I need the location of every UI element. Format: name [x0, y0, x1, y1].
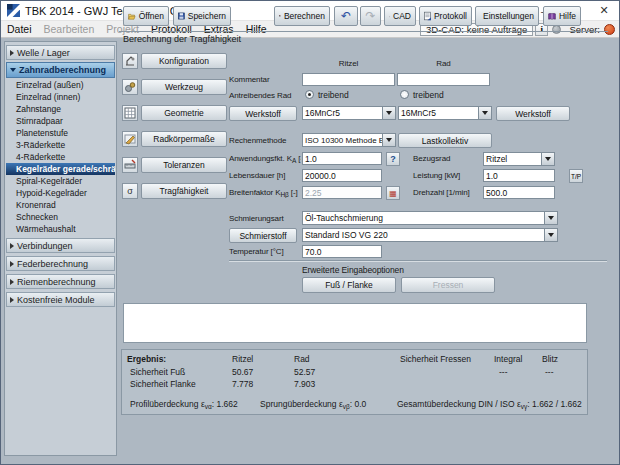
tolerances-button[interactable]: Toleranzen [141, 157, 227, 173]
total-overlap-value: 1.662 / 1.662 [532, 399, 582, 409]
expand-arrow-icon [10, 279, 14, 285]
lifetime-input[interactable] [302, 169, 382, 182]
temperature-input[interactable] [302, 245, 382, 258]
results-panel: Ergebnis: Ritzel Rad Sicherheit Fressen … [121, 349, 588, 415]
temperature-label: Temperatur [°C] [229, 247, 284, 256]
comment-pinion-input[interactable] [302, 73, 395, 86]
configuration-button[interactable]: Konfiguration [141, 53, 227, 69]
sidebar-item-4-raederkette[interactable]: 4-Räderkette [5, 151, 116, 163]
open-button[interactable]: Öffnen [123, 6, 169, 26]
application-factor-help-button[interactable]: ? [386, 152, 400, 166]
sidebar-item-spiral-kegelraeder[interactable]: Spiral-Kegelräder [5, 175, 116, 187]
dropdown-arrow-icon [541, 153, 554, 165]
root-flank-button[interactable]: Fuß / Flanke [302, 277, 396, 293]
reference-gear-dropdown[interactable]: Ritzel [483, 152, 555, 166]
expand-arrow-icon [10, 261, 14, 267]
column-header-wheel: Rad [397, 59, 490, 68]
wheel-body-button[interactable]: Radkörpermaße [141, 131, 227, 147]
configuration-icon[interactable] [122, 53, 138, 69]
settings-button[interactable]: Einstellungen [475, 6, 539, 26]
cad-chart-icon [389, 11, 390, 22]
driving-wheel-radio-label[interactable]: treibend [413, 90, 444, 100]
sidebar-item-kronenrad[interactable]: Kronenrad [5, 199, 116, 211]
sidebar-item-3-raederkette[interactable]: 3-Räderkette [5, 139, 116, 151]
help-button[interactable]: Hilfe [543, 6, 581, 26]
sidebar-item-einzelrad-innen[interactable]: Einzelrad (innen) [5, 91, 116, 103]
profile-overlap-text: Profilüberdeckung εvα: 1.662 [130, 399, 238, 410]
sidebar-item-waermehaushalt[interactable]: Wärmehaushalt [5, 223, 116, 235]
sidebar-item-einzelrad-aussen[interactable]: Einzelrad (außen) [5, 79, 116, 91]
output-area [123, 303, 587, 343]
undo-icon: ↶ [341, 9, 351, 23]
lubricant-dropdown[interactable]: Standard ISO VG 220 [302, 228, 558, 242]
undo-button[interactable]: ↶ [334, 6, 358, 26]
profile-overlap-value: 1.662 [216, 399, 237, 409]
driving-pinion-radio[interactable] [305, 90, 314, 99]
dropdown-arrow-icon [478, 107, 491, 119]
help-book-icon [548, 11, 556, 22]
load-capacity-button[interactable]: Tragfähigkeit [141, 183, 227, 199]
dropdown-arrow-icon [544, 229, 557, 241]
lubricant-button[interactable]: Schmierstoff [229, 228, 297, 243]
power-input[interactable] [483, 169, 555, 182]
material-pinion-button[interactable]: Werkstoff [229, 106, 297, 121]
save-disk-icon [178, 10, 185, 22]
navigation-sidebar: Welle / Lager Zahnradberechnung Einzelra… [4, 41, 117, 456]
sidebar-item-planetenstufe[interactable]: Planetenstufe [5, 127, 116, 139]
column-header-pinion: Ritzel [302, 59, 395, 68]
tool-button[interactable]: Werkzeug [141, 79, 227, 95]
expand-arrow-icon [10, 243, 14, 249]
comment-label: Kommentar [229, 75, 269, 84]
driving-pinion-radio-label[interactable]: treibend [318, 90, 349, 100]
geometry-button[interactable]: Geometrie [141, 105, 227, 121]
sidebar-category-kostenfreie-module[interactable]: Kostenfreie Module [6, 292, 115, 307]
load-capacity-sigma-icon[interactable]: σ [122, 183, 138, 199]
driving-wheel-radio[interactable] [400, 90, 409, 99]
protocol-button[interactable]: Protokoll [419, 6, 472, 26]
root-safety-pinion-value: 50.67 [232, 367, 253, 377]
calculator-icon [279, 10, 281, 22]
material-pinion-dropdown[interactable]: 16MnCr5 [302, 106, 396, 120]
dropdown-arrow-icon [382, 134, 395, 146]
results-col-scuffing: Sicherheit Fressen [400, 354, 471, 364]
sidebar-category-verbindungen[interactable]: Verbindungen [6, 238, 115, 253]
reference-gear-label: Bezugsrad [413, 154, 450, 163]
tool-gears-icon[interactable] [122, 79, 138, 95]
application-factor-label: Anwendungsfkt. KA [-] [229, 154, 301, 164]
width-factor-label: Breitenfaktor KHβ [-] [229, 188, 301, 198]
wheel-body-icon[interactable] [122, 131, 138, 147]
menu-datei[interactable]: Datei [1, 23, 38, 35]
comment-wheel-input[interactable] [397, 73, 490, 86]
sidebar-item-kegelraeder-selected[interactable]: Kegelräder gerade/schräg [6, 163, 115, 175]
sidebar-category-federberechnung[interactable]: Federberechnung [6, 256, 115, 271]
flank-safety-wheel-value: 7.903 [294, 379, 315, 389]
torque-power-toggle-button[interactable]: T/P [569, 169, 583, 183]
sidebar-item-schnecken[interactable]: Schnecken [5, 211, 116, 223]
flank-safety-label: Sicherheit Flanke [130, 379, 196, 389]
flash-value: --- [545, 367, 554, 377]
results-title: Ergebnis: [127, 354, 166, 364]
sidebar-category-zahnradberechnung[interactable]: Zahnradberechnung [6, 62, 115, 78]
tolerances-icon[interactable] [122, 157, 138, 173]
sidebar-category-welle-lager[interactable]: Welle / Lager [6, 45, 115, 60]
close-button[interactable]: ✕ [589, 1, 619, 20]
sidebar-item-zahnstange[interactable]: Zahnstange [5, 103, 116, 115]
method-dropdown[interactable]: ISO 10300 Methode B1 [302, 133, 396, 147]
sidebar-item-stirnradpaar[interactable]: Stirnradpaar [5, 115, 116, 127]
section-divider [229, 260, 607, 262]
save-button[interactable]: Speichern [173, 6, 231, 26]
geometry-grid-icon[interactable] [122, 105, 138, 121]
load-spectrum-button[interactable]: Lastkollektiv [398, 133, 492, 148]
cad-button[interactable]: CAD [384, 6, 416, 26]
sidebar-item-hypoid-kegelraeder[interactable]: Hypoid-Kegelräder [5, 187, 116, 199]
panel-title: Berechnung der Tragfähigkeit [119, 31, 608, 46]
sidebar-category-riemenberechnung[interactable]: Riemenberechnung [6, 274, 115, 289]
application-factor-input[interactable] [302, 152, 382, 165]
calculate-button[interactable]: Berechnen [274, 6, 330, 26]
material-wheel-dropdown[interactable]: 16MnCr5 [398, 106, 492, 120]
material-wheel-button[interactable]: Werkstoff [496, 106, 570, 121]
lubrication-type-dropdown[interactable]: Öl-Tauchschmierung [302, 211, 558, 225]
width-factor-calculator-button[interactable]: ▦ [386, 186, 400, 200]
speed-input[interactable] [483, 186, 555, 199]
jump-overlap-value: 0.0 [354, 399, 366, 409]
